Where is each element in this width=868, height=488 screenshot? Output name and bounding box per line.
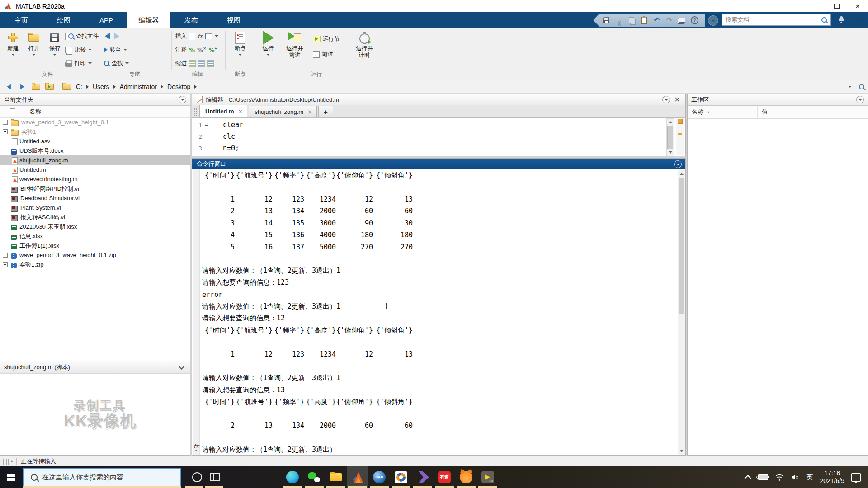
file-list-column-header[interactable]: 名称 [0, 106, 190, 118]
tab-close-icon[interactable]: × [238, 108, 243, 115]
warning-marker[interactable] [678, 133, 682, 135]
breadcrumb-segment[interactable]: Users [93, 83, 109, 90]
start-button[interactable] [0, 466, 22, 488]
switch-windows-icon[interactable] [678, 16, 686, 24]
advance-button[interactable]: 前进 [313, 49, 333, 60]
taskbar-search-box[interactable]: 在这里输入你要搜索的内容 [23, 468, 181, 487]
command-window-output[interactable]: {'时间'}{'航班号'}{'频率'}{'高度'}{'俯仰角'}{'倾斜角'}1… [192, 169, 677, 455]
nav-forward-icon[interactable] [17, 82, 27, 91]
editor-close-icon[interactable]: × [674, 95, 680, 103]
taskbar-app-can[interactable] [368, 466, 390, 488]
save-button[interactable]: 保存 [43, 30, 66, 56]
compare-button[interactable]: 比较 [65, 44, 92, 55]
save-icon[interactable] [602, 16, 610, 24]
nav-back-icon[interactable] [4, 82, 14, 91]
run-section-button[interactable]: 运行节 [313, 33, 340, 44]
workspace-menu-icon[interactable] [856, 96, 864, 103]
editor-tab-shujuchuli_zong.m[interactable]: shujuchuli_zong.m× [249, 106, 317, 117]
file-row[interactable]: 20210530-宋玉朋.xlsx [0, 222, 190, 231]
breadcrumb-segment[interactable]: Desktop [167, 83, 190, 90]
expand-icon[interactable] [3, 253, 8, 258]
scroll-down-icon[interactable] [678, 448, 685, 455]
scrollbar-thumb[interactable] [679, 178, 684, 314]
undo-icon[interactable]: ↶ [653, 16, 660, 24]
message-indicator[interactable] [678, 119, 683, 124]
run-time-button[interactable]: 运行并 计时 [351, 30, 378, 59]
wifi-icon[interactable] [775, 474, 784, 481]
file-row[interactable]: UDS版本号.docx [0, 146, 190, 155]
workspace-name-column[interactable]: 名称 [688, 106, 758, 118]
file-row[interactable]: wave_period_3_wave_height_0.1 [0, 117, 190, 127]
open-button[interactable]: 打开 [23, 30, 45, 56]
scroll-down-icon[interactable] [667, 149, 674, 156]
task-view-button[interactable] [207, 466, 223, 488]
ribbon-tab-视图[interactable]: 视图 [212, 12, 255, 28]
find-button[interactable]: 查找 [104, 58, 129, 69]
taskbar-app-labview[interactable] [477, 466, 499, 488]
file-row[interactable]: Untitled.asv [0, 136, 190, 146]
quick-access-dropdown[interactable] [708, 15, 718, 26]
action-center-icon[interactable] [851, 473, 861, 482]
copy-icon[interactable] [627, 16, 635, 24]
minimize-button[interactable] [806, 0, 826, 12]
address-dropdown-icon[interactable] [848, 86, 852, 88]
file-row[interactable]: Deadband Simulator.vi [0, 193, 190, 203]
comment-button[interactable]: 注释 % % % [175, 44, 218, 55]
command-window-scrollbar[interactable] [678, 170, 685, 455]
volume-muted-icon[interactable]: × [791, 474, 800, 481]
ribbon-tab-发布[interactable]: 发布 [170, 12, 212, 28]
breadcrumb-segment[interactable]: C: [76, 83, 82, 90]
file-row[interactable]: wave_period_3_wave_height_0.1.zip [0, 250, 190, 260]
insert-button[interactable]: 插入 fx [175, 31, 218, 42]
file-row[interactable]: 工作簿1(1).xlsx [0, 241, 190, 250]
cortana-button[interactable] [189, 466, 205, 488]
breakpoints-button[interactable]: 断点 [229, 30, 251, 56]
ime-indicator[interactable]: 英 [807, 473, 813, 482]
code-area[interactable]: 1—clear2—clc3—n=0; [192, 118, 685, 156]
search-icon[interactable] [821, 17, 827, 23]
back-arrow-icon[interactable] [105, 33, 110, 39]
file-row[interactable]: 信息.xlsx [0, 231, 190, 241]
editor-scrollbar[interactable] [666, 118, 674, 156]
breadcrumb-segment[interactable]: Administrator [120, 83, 157, 90]
details-bar[interactable]: shujuchuli_zong.m (脚本) [0, 361, 190, 374]
taskbar-app-wechat[interactable] [303, 466, 325, 488]
print-button[interactable]: 打印 [65, 58, 92, 69]
paste-icon[interactable] [640, 16, 648, 24]
redo-icon[interactable]: ↷ [665, 16, 673, 24]
command-window-menu-icon[interactable] [674, 160, 682, 168]
ribbon-tab-APP[interactable]: APP [85, 12, 127, 28]
panel-menu-icon[interactable] [179, 96, 186, 103]
help-icon[interactable]: ? [691, 16, 698, 24]
file-row[interactable]: 实验1.zip [0, 260, 190, 269]
up-one-level-icon[interactable] [31, 82, 41, 91]
taskbar-app-edge[interactable] [282, 466, 303, 488]
scroll-up-icon[interactable] [678, 170, 685, 177]
battery-charging-icon[interactable] [758, 474, 768, 480]
expand-icon[interactable] [3, 120, 8, 125]
login-link[interactable]: 登录 [852, 16, 863, 24]
indent-button[interactable]: 缩进 [175, 58, 214, 69]
doc-search-box[interactable]: 搜索文档 [722, 14, 831, 26]
breadcrumb-separator-icon[interactable] [86, 85, 89, 89]
workspace-column-header[interactable]: 名称 值 [688, 106, 868, 119]
file-row[interactable]: Untitled.m [0, 165, 190, 174]
taskbar-app-driver[interactable] [390, 466, 412, 488]
taskbar-app-youdao[interactable] [434, 466, 455, 488]
breadcrumb-separator-icon[interactable] [113, 85, 116, 89]
line-number[interactable]: 2 [192, 133, 202, 140]
expand-icon[interactable] [3, 262, 8, 267]
taskbar-app-vs[interactable] [412, 466, 434, 488]
file-row[interactable]: Plant System.vi [0, 203, 190, 212]
scrollbar-thumb[interactable] [667, 126, 673, 149]
editor-tab-Untitled.m[interactable]: Untitled.m× [199, 105, 247, 117]
file-row[interactable]: wavevectrinotesting.m [0, 174, 190, 184]
run-advance-button[interactable]: 运行并 前进 [281, 30, 308, 59]
file-row[interactable]: BP神经网络PID控制.vi [0, 184, 190, 193]
taskbar-app-cat[interactable] [455, 466, 477, 488]
taskbar-app-explorer[interactable] [325, 466, 347, 488]
ribbon-tab-绘图[interactable]: 绘图 [42, 12, 85, 28]
maximize-button[interactable] [826, 0, 847, 12]
line-number[interactable]: 1 [192, 122, 202, 128]
ribbon-tab-主页[interactable]: 主页 [0, 12, 42, 28]
